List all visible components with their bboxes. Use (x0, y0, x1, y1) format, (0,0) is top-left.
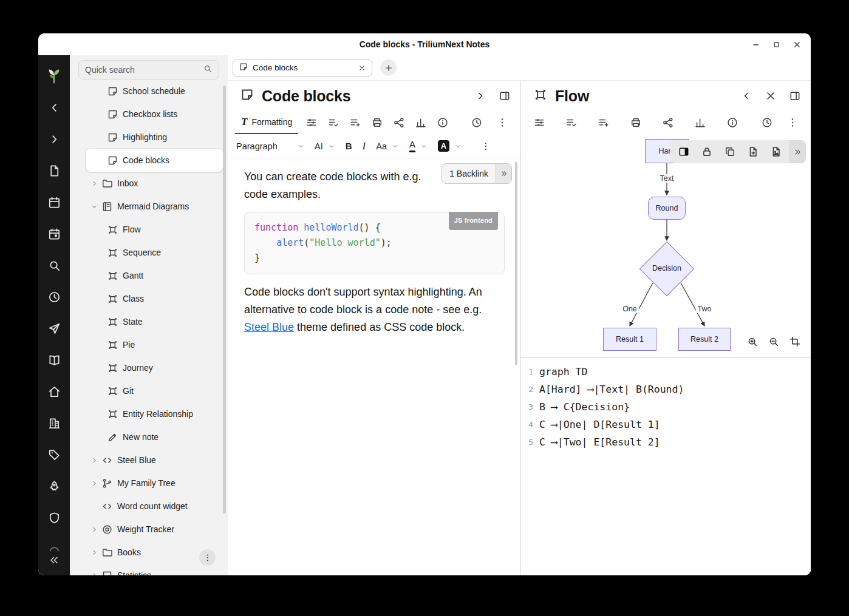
owned-attributes-button[interactable] (565, 117, 578, 129)
backlink-collapse-button[interactable] (496, 164, 511, 183)
expander-icon[interactable] (87, 456, 101, 464)
mermaid-source-editor[interactable]: 1graph TD2A[Hard] ⟶|Text| B(Round)3B ⟶ C… (521, 358, 811, 575)
note-map-button[interactable] (662, 117, 674, 129)
tree-item-pie[interactable]: Pie (86, 333, 223, 356)
tree-options-button[interactable] (199, 549, 216, 566)
reset-pan-zoom-button[interactable] (789, 336, 801, 348)
tree-item-statistics[interactable]: Statistics (86, 564, 223, 575)
back-button[interactable] (42, 95, 66, 120)
tree-item-code-blocks[interactable]: Code blocks (86, 149, 223, 172)
inherited-attributes-button[interactable] (349, 117, 361, 129)
code-block[interactable]: JS frontend function helloWorld() { aler… (244, 212, 505, 274)
backlink-widget[interactable]: 1 Backlink (442, 163, 512, 184)
collapse-pane-button[interactable] (740, 90, 752, 102)
tree-item-new-note[interactable]: New note (86, 425, 223, 448)
tree-scrollbar[interactable] (223, 86, 226, 513)
diagram-toolbar-collapse-button[interactable] (789, 140, 806, 163)
tree-item-steel-blue[interactable]: Steel Blue (86, 448, 223, 472)
search-button[interactable] (42, 253, 66, 277)
font-color-dropdown[interactable]: A (409, 140, 428, 152)
tree-item-school-schedule[interactable]: School schedule (86, 80, 223, 103)
bookmark-book-button[interactable] (42, 348, 66, 372)
bold-button[interactable]: B (346, 141, 352, 151)
quick-search-input[interactable] (85, 65, 203, 75)
toggle-right-pane-button[interactable] (499, 90, 511, 102)
bookmark-tag-button[interactable] (42, 442, 66, 467)
background-color-dropdown[interactable]: A (438, 140, 462, 152)
note-paths-button[interactable] (371, 117, 383, 129)
tree-item-state[interactable]: State (86, 310, 223, 333)
expander-icon[interactable] (87, 549, 101, 557)
italic-button[interactable]: I (363, 140, 366, 152)
tree-item-inbox[interactable]: Inbox (86, 172, 223, 195)
basic-properties-button[interactable] (305, 117, 318, 129)
note-paths-button[interactable] (630, 117, 642, 129)
zoom-in-button[interactable] (746, 336, 759, 348)
paragraph-style-dropdown[interactable]: Paragraph (236, 141, 304, 151)
tree-item-weight-tracker[interactable]: Weight Tracker (86, 518, 223, 541)
tree-item-git[interactable]: Git (86, 379, 223, 402)
expander-icon[interactable] (87, 572, 101, 576)
tree-item-highlighting[interactable]: Highlighting (86, 126, 223, 149)
tab-close-button[interactable] (358, 64, 366, 72)
tree-item-word-count-widget[interactable]: Word count widget (86, 495, 223, 518)
expander-icon[interactable] (87, 180, 101, 188)
similar-notes-button[interactable] (415, 117, 427, 129)
expand-pane-button[interactable] (474, 90, 486, 102)
tree-item-my-family-tree[interactable]: My Family Tree (86, 472, 223, 495)
editor-content[interactable]: You can create code blocks with e.g. cod… (228, 158, 520, 575)
note-title[interactable]: Flow (555, 87, 589, 105)
recent-changes-button[interactable] (42, 285, 66, 309)
bookmark-shield-button[interactable] (42, 506, 66, 530)
close-button[interactable] (790, 38, 803, 51)
export-svg-button[interactable] (742, 140, 765, 163)
note-info-button[interactable] (437, 117, 449, 129)
collapse-rail-button[interactable] (45, 552, 63, 568)
close-pane-button[interactable] (765, 90, 777, 102)
titlebar[interactable]: Code blocks - TriliumNext Notes (38, 33, 811, 55)
toggle-editor-button[interactable] (672, 140, 695, 163)
forward-button[interactable] (42, 127, 66, 151)
tree-item-sequence[interactable]: Sequence (86, 241, 223, 264)
minimize-button[interactable] (749, 38, 762, 51)
tab-formatting[interactable]: T Formatting (235, 111, 298, 134)
today-button[interactable] (42, 222, 66, 246)
ai-dropdown[interactable]: AI (315, 141, 335, 151)
jump-to-note-button[interactable] (42, 316, 66, 340)
tree-item-flow[interactable]: Flow (86, 218, 223, 241)
export-png-button[interactable] (765, 140, 788, 163)
calendar-button[interactable] (42, 190, 66, 214)
maximize-button[interactable] (769, 38, 783, 51)
more-options-button[interactable] (786, 117, 799, 129)
bookmark-rocket-button[interactable] (42, 474, 66, 498)
tree-item-mermaid-diagrams[interactable]: Mermaid Diagrams (86, 195, 223, 218)
note-info-button[interactable] (726, 117, 738, 129)
tree-item-gantt[interactable]: Gantt (86, 264, 223, 287)
similar-notes-button[interactable] (694, 117, 706, 129)
more-options-button[interactable] (496, 117, 508, 129)
bookmark-building-button[interactable] (42, 411, 66, 435)
content-scrollbar[interactable] (515, 162, 517, 365)
tree-item-entity-relationship[interactable]: Entity Relationship (86, 402, 223, 425)
expander-icon[interactable] (87, 479, 101, 487)
owned-attributes-button[interactable] (327, 117, 339, 129)
backlink-count[interactable]: 1 Backlink (442, 164, 496, 183)
revisions-button[interactable] (471, 117, 483, 129)
quick-search[interactable] (78, 60, 219, 80)
new-note-button[interactable] (42, 158, 66, 183)
more-formatting-button[interactable] (480, 141, 491, 152)
bookmark-home-button[interactable] (42, 379, 66, 404)
tree-item-class[interactable]: Class (86, 287, 223, 310)
steel-blue-link[interactable]: Steel Blue (244, 321, 294, 333)
toggle-split-button[interactable] (789, 90, 801, 102)
note-title[interactable]: Code blocks (262, 87, 350, 105)
basic-properties-button[interactable] (533, 117, 545, 129)
mermaid-preview[interactable]: HardRoundDecisionResult 1Result 2TextOne… (521, 134, 811, 358)
tree-item-checkbox-lists[interactable]: Checkbox lists (86, 103, 223, 126)
revisions-button[interactable] (761, 117, 773, 129)
lock-diagram-button[interactable] (695, 140, 718, 163)
tree-item-journey[interactable]: Journey (86, 356, 223, 379)
font-size-dropdown[interactable]: Aa (376, 141, 399, 151)
zoom-out-button[interactable] (768, 336, 780, 348)
expander-icon[interactable] (87, 203, 101, 211)
